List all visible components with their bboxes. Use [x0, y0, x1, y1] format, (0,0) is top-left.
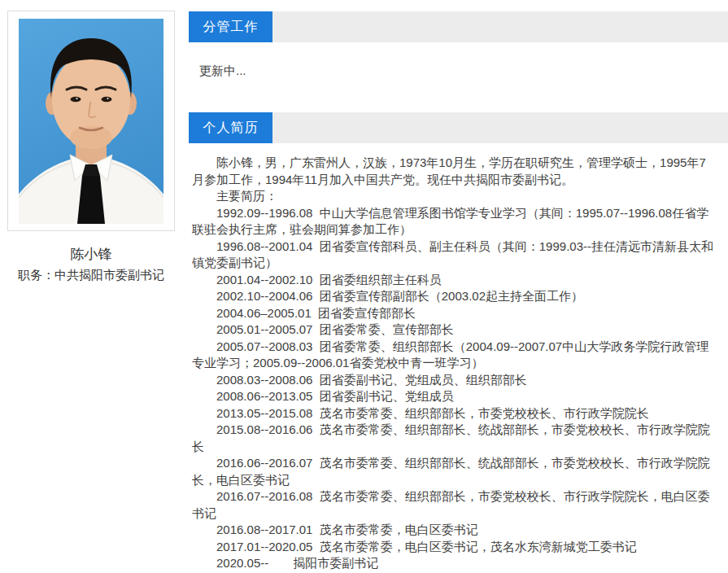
resume-paragraph: 陈小锋，男，广东雷州人，汉族，1973年10月生，学历在职研究生，管理学硕士，1…	[192, 155, 714, 188]
person-name: 陈小锋	[7, 245, 175, 264]
resume-paragraph: 2008.06--2013.05 团省委副书记、党组成员	[192, 388, 714, 405]
resume-paragraph: 2008.03--2008.06 团省委副书记、党组成员、组织部部长	[192, 372, 714, 389]
resume-paragraph: 2013.05--2015.08 茂名市委常委、组织部部长，市委党校校长、市行政…	[192, 405, 714, 422]
resume-paragraph: 1992.09--1996.08 中山大学信息管理系图书馆学专业学习（其间：19…	[192, 205, 714, 238]
resume-paragraph: 主要简历：	[192, 188, 714, 205]
resume-paragraph: 2005.07--2008.03 团省委常委、组织部部长（2004.09--20…	[192, 339, 714, 372]
resume-paragraph: 2002.10--2004.06 团省委宣传部副部长（2003.02起主持全面工…	[192, 288, 714, 305]
resume-paragraph: 2017.01--2020.05 茂名市委常委，电白区委书记，茂名水东湾新城党工…	[192, 539, 714, 556]
resume-paragraph: 2020.05-- 揭阳市委副书记	[192, 555, 714, 572]
duties-status-text: 更新中...	[199, 62, 246, 79]
section-header-duties: 分管工作	[189, 11, 728, 42]
profile-page: { "profile": { "name": "陈小锋", "position"…	[0, 0, 728, 573]
section-header-resume: 个人简历	[189, 112, 728, 143]
resume-content: 陈小锋，男，广东雷州人，汉族，1973年10月生，学历在职研究生，管理学硕士，1…	[192, 155, 714, 572]
resume-paragraph: 2004.06–2005.01 团省委宣传部部长	[192, 305, 714, 322]
resume-paragraph: 2016.08--2017.01 茂名市委常委，电白区委书记	[192, 522, 714, 539]
profile-card	[7, 11, 175, 231]
content-column: 分管工作 更新中... 个人简历 陈小锋，男，广东雷州人，汉族，1973年10月…	[189, 11, 728, 573]
section-tab-resume: 个人简历	[189, 112, 272, 143]
section-tab-duties: 分管工作	[189, 11, 272, 42]
portrait-photo	[19, 19, 163, 224]
resume-paragraph: 2016.07--2016.08 茂名市委常委、组织部部长，市委党校校长、市行政…	[192, 488, 714, 522]
person-position: 职务：中共揭阳市委副书记	[7, 268, 175, 283]
resume-paragraph: 2005.01--2005.07 团省委常委、宣传部部长	[192, 321, 714, 339]
resume-paragraph: 1996.08--2001.04 团省委宣传部科员、副主任科员（其间：1999.…	[192, 238, 714, 272]
resume-paragraph: 2016.06--2016.07 茂名市委常委、组织部部长、统战部部长，市委党校…	[192, 455, 714, 488]
resume-paragraph: 2015.08--2016.06 茂名市委常委、组织部部长、统战部部长，市委党校…	[192, 422, 714, 455]
resume-paragraph: 2001.04--2002.10 团省委组织部主任科员	[192, 272, 714, 289]
